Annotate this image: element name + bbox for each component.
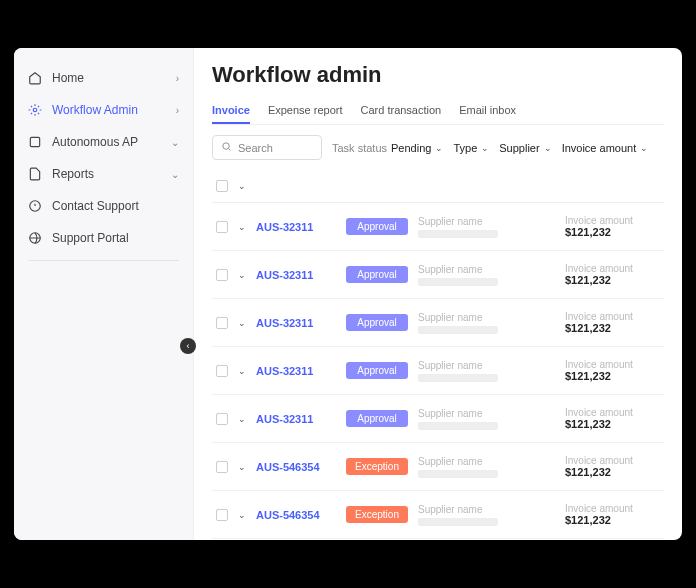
status-badge: Approval (346, 362, 408, 379)
table-row[interactable]: ⌄AUS-546354ExceptionSupplier nameInvoice… (212, 443, 664, 491)
reports-icon (28, 167, 42, 181)
sidebar-item-label: Contact Support (52, 199, 179, 213)
row-checkbox[interactable] (216, 269, 228, 281)
chevron-down-icon: ⌄ (481, 143, 489, 153)
amount-value: $121,232 (565, 370, 660, 382)
supplier-cell: Supplier name (418, 264, 555, 286)
table-row[interactable]: ⌄AUS-32311ApprovalSupplier nameInvoice a… (212, 347, 664, 395)
filter-supplier[interactable]: Supplier ⌄ (499, 142, 551, 154)
invoice-id[interactable]: AUS-546354 (256, 509, 336, 521)
supplier-header: Supplier name (418, 504, 555, 515)
tabs: Invoice Expense report Card transaction … (212, 98, 664, 125)
status-badge: Approval (346, 266, 408, 283)
status-badge: Approval (346, 314, 408, 331)
amount-cell: Invoice amount$121,232 (565, 311, 660, 334)
sidebar-item-label: Reports (52, 167, 161, 181)
amount-header: Invoice amount (565, 311, 660, 322)
supplier-header: Supplier name (418, 456, 555, 467)
amount-value: $121,232 (565, 226, 660, 238)
select-all-checkbox[interactable] (216, 180, 228, 192)
status-badge: Exception (346, 458, 408, 475)
chevron-down-icon: ⌄ (171, 169, 179, 180)
sidebar-separator (28, 260, 179, 261)
collapse-sidebar-button[interactable]: ‹ (180, 338, 196, 354)
expand-row-toggle[interactable]: ⌄ (238, 414, 246, 424)
supplier-placeholder (418, 230, 498, 238)
invoice-id[interactable]: AUS-32311 (256, 317, 336, 329)
tab-card-transaction[interactable]: Card transaction (361, 98, 442, 124)
filter-value: Pending (391, 142, 431, 154)
supplier-header: Supplier name (418, 312, 555, 323)
sidebar-item-autonomous-ap[interactable]: Autonomous AP ⌄ (14, 126, 193, 158)
amount-header: Invoice amount (565, 215, 660, 226)
chevron-right-icon: › (176, 73, 179, 84)
amount-header: Invoice amount (565, 503, 660, 514)
expand-row-toggle[interactable]: ⌄ (238, 462, 246, 472)
amount-header: Invoice amount (565, 455, 660, 466)
filter-label: Invoice amount (562, 142, 637, 154)
table-row[interactable]: ⌄AUS-546354ExceptionSupplier nameInvoice… (212, 491, 664, 539)
supplier-header: Supplier name (418, 216, 555, 227)
row-checkbox[interactable] (216, 509, 228, 521)
supplier-placeholder (418, 518, 498, 526)
tab-invoice[interactable]: Invoice (212, 98, 250, 124)
filter-invoice-amount[interactable]: Invoice amount ⌄ (562, 142, 649, 154)
row-checkbox[interactable] (216, 413, 228, 425)
amount-value: $121,232 (565, 274, 660, 286)
table-row[interactable]: ⌄AUS-32311ApprovalSupplier nameInvoice a… (212, 203, 664, 251)
expand-row-toggle[interactable]: ⌄ (238, 270, 246, 280)
tab-expense-report[interactable]: Expense report (268, 98, 343, 124)
support-icon (28, 199, 42, 213)
supplier-cell: Supplier name (418, 504, 555, 526)
amount-value: $121,232 (565, 466, 660, 478)
supplier-placeholder (418, 422, 498, 430)
amount-cell: Invoice amount$121,232 (565, 407, 660, 430)
home-icon (28, 71, 42, 85)
expand-all-toggle[interactable]: ⌄ (238, 181, 246, 191)
svg-point-0 (33, 108, 37, 112)
table-row[interactable]: ⌄AUS-32311ApprovalSupplier nameInvoice a… (212, 251, 664, 299)
table-row[interactable]: ⌄AUS-32311ApprovalSupplier nameInvoice a… (212, 395, 664, 443)
supplier-placeholder (418, 326, 498, 334)
filter-type[interactable]: Type ⌄ (453, 142, 489, 154)
supplier-header: Supplier name (418, 408, 555, 419)
filter-task-status[interactable]: Task status Pending ⌄ (332, 142, 443, 154)
invoice-id[interactable]: AUS-32311 (256, 221, 336, 233)
expand-row-toggle[interactable]: ⌄ (238, 318, 246, 328)
sidebar-item-home[interactable]: Home › (14, 62, 193, 94)
row-checkbox[interactable] (216, 365, 228, 377)
invoice-id[interactable]: AUS-32311 (256, 365, 336, 377)
filter-bar: Search Task status Pending ⌄ Type ⌄ Supp… (212, 135, 664, 160)
chevron-down-icon: ⌄ (435, 143, 443, 153)
chevron-down-icon: ⌄ (544, 143, 552, 153)
amount-value: $121,232 (565, 418, 660, 430)
sidebar-item-support-portal[interactable]: Support Portal (14, 222, 193, 254)
amount-header: Invoice amount (565, 359, 660, 370)
row-checkbox[interactable] (216, 221, 228, 233)
search-input[interactable]: Search (212, 135, 322, 160)
ap-icon (28, 135, 42, 149)
row-checkbox[interactable] (216, 461, 228, 473)
expand-row-toggle[interactable]: ⌄ (238, 222, 246, 232)
supplier-header: Supplier name (418, 264, 555, 275)
expand-row-toggle[interactable]: ⌄ (238, 366, 246, 376)
main-content: Workflow admin Invoice Expense report Ca… (194, 48, 682, 540)
expand-row-toggle[interactable]: ⌄ (238, 510, 246, 520)
sidebar-item-reports[interactable]: Reports ⌄ (14, 158, 193, 190)
row-checkbox[interactable] (216, 317, 228, 329)
chevron-down-icon: ⌄ (640, 143, 648, 153)
invoice-id[interactable]: AUS-546354 (256, 461, 336, 473)
portal-icon (28, 231, 42, 245)
table-row[interactable]: ⌄AUS-32311ApprovalSupplier nameInvoice a… (212, 299, 664, 347)
invoice-id[interactable]: AUS-32311 (256, 413, 336, 425)
sidebar-item-contact-support[interactable]: Contact Support (14, 190, 193, 222)
filter-label: Task status (332, 142, 387, 154)
sidebar-item-workflow-admin[interactable]: Workflow Admin › (14, 94, 193, 126)
amount-header: Invoice amount (565, 407, 660, 418)
search-placeholder: Search (238, 142, 273, 154)
tab-email-inbox[interactable]: Email inbox (459, 98, 516, 124)
supplier-cell: Supplier name (418, 312, 555, 334)
invoice-id[interactable]: AUS-32311 (256, 269, 336, 281)
sidebar-item-label: Home (52, 71, 166, 85)
amount-cell: Invoice amount$121,232 (565, 503, 660, 526)
